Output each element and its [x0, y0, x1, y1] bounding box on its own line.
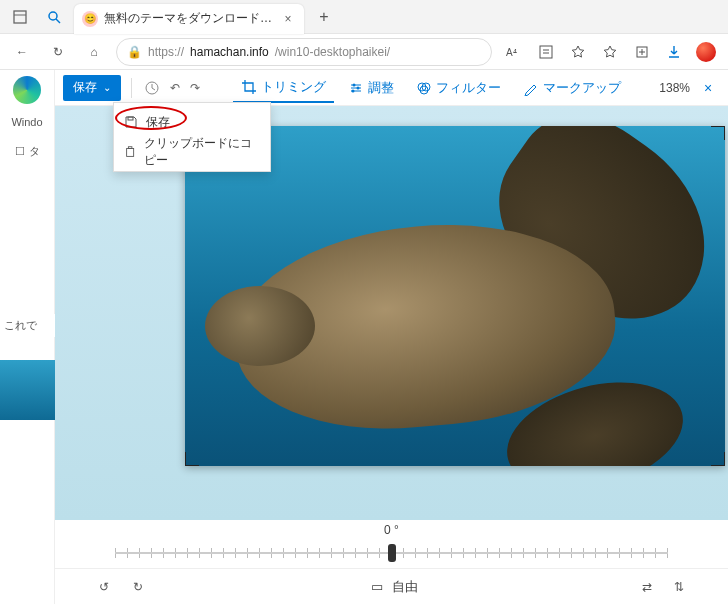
tool-trim[interactable]: トリミング: [233, 73, 334, 103]
svg-rect-19: [127, 148, 134, 156]
rotation-angle-label: 0 °: [55, 520, 728, 540]
editor-bottom-bar: ↺ ↻ ▭ 自由 ⇄ ⇅: [55, 568, 728, 604]
lock-icon: 🔒: [127, 45, 142, 59]
svg-point-12: [352, 83, 355, 86]
slider-thumb[interactable]: [388, 544, 396, 562]
aspect-icon: ▭: [368, 578, 386, 596]
image-editor-panel: 保存 ⌄ ↶ ↷ トリミング 調整 フィルター マークアップ: [55, 70, 728, 604]
flip-vertical-button[interactable]: ⇅: [670, 578, 688, 596]
chevron-down-icon: ⌄: [103, 82, 111, 93]
tool-markup-label: マークアップ: [543, 79, 621, 97]
dropdown-item-save[interactable]: 保存: [114, 107, 270, 137]
downloads-icon[interactable]: [660, 38, 688, 66]
browser-tab-strip: 😊 無料のテーマをダウンロードして壁紙 × +: [0, 0, 728, 34]
svg-point-13: [356, 86, 359, 89]
browser-tab[interactable]: 😊 無料のテーマをダウンロードして壁紙 ×: [74, 4, 304, 34]
refresh-button[interactable]: ↻: [44, 38, 72, 66]
crop-handle-bl[interactable]: [185, 450, 201, 466]
tool-trim-label: トリミング: [261, 78, 326, 96]
svg-point-2: [49, 12, 57, 20]
tab-close-button[interactable]: ×: [280, 11, 296, 27]
aspect-ratio-button[interactable]: ▭ 自由: [147, 578, 638, 596]
svg-point-14: [351, 89, 354, 92]
crop-handle-tr[interactable]: [709, 126, 725, 142]
undo-button[interactable]: ↶: [168, 75, 182, 101]
back-button[interactable]: ←: [8, 38, 36, 66]
zoom-level[interactable]: 138%: [659, 81, 690, 95]
tab-actions-icon[interactable]: [6, 3, 34, 31]
svg-rect-18: [128, 117, 133, 120]
dropdown-item-save-label: 保存: [146, 114, 170, 131]
dropdown-item-copy-label: クリップボードにコピー: [144, 135, 260, 169]
tool-filter[interactable]: フィルター: [408, 73, 509, 103]
favicon-icon: 😊: [82, 11, 98, 27]
tool-adjust-label: 調整: [368, 79, 394, 97]
reader-icon[interactable]: [532, 38, 560, 66]
svg-text:A⁴: A⁴: [506, 47, 517, 58]
page-left-column: Windo ☐ タ: [0, 70, 55, 604]
favorite-add-icon[interactable]: [564, 38, 592, 66]
editor-toolbar: 保存 ⌄ ↶ ↷ トリミング 調整 フィルター マークアップ: [55, 70, 728, 106]
sidebar-row-icon: ☐: [15, 145, 25, 158]
browser-address-bar: ← ↻ ⌂ 🔒 https://hamachan.info/win10-desk…: [0, 34, 728, 70]
save-button[interactable]: 保存 ⌄: [63, 75, 121, 101]
rotate-cw-button[interactable]: ↻: [129, 578, 147, 596]
url-host: hamachan.info: [190, 45, 269, 59]
url-path: /win10-desktophaikei/: [275, 45, 390, 59]
page-thumbnail: [0, 360, 55, 420]
search-tabs-icon[interactable]: [40, 3, 68, 31]
read-aloud-icon[interactable]: A⁴: [500, 38, 528, 66]
tool-adjust[interactable]: 調整: [340, 73, 402, 103]
flip-horizontal-button[interactable]: ⇄: [638, 578, 656, 596]
collections-icon[interactable]: [628, 38, 656, 66]
url-protocol: https://: [148, 45, 184, 59]
edge-logo-icon: [13, 76, 41, 104]
toolbar-right-icons: A⁴: [500, 38, 720, 66]
tool-markup[interactable]: マークアップ: [515, 73, 629, 103]
svg-line-3: [56, 19, 60, 23]
page-body-text: これで: [0, 314, 55, 337]
rotation-slider[interactable]: [55, 540, 728, 568]
extension-icon[interactable]: [692, 38, 720, 66]
dropdown-item-copy[interactable]: クリップボードにコピー: [114, 137, 270, 167]
aspect-label: 自由: [392, 578, 418, 596]
sidebar-windows-label: Windo: [11, 116, 42, 128]
divider: [131, 78, 132, 98]
svg-rect-0: [14, 11, 26, 23]
tool-filter-label: フィルター: [436, 79, 501, 97]
sidebar-row[interactable]: ☐ タ: [0, 140, 54, 163]
save-dropdown: 保存 クリップボードにコピー: [113, 102, 271, 172]
save-button-label: 保存: [73, 79, 97, 96]
svg-rect-5: [540, 46, 552, 58]
redo-button[interactable]: ↷: [188, 75, 202, 101]
image-content: [205, 286, 315, 366]
url-input[interactable]: 🔒 https://hamachan.info/win10-desktophai…: [116, 38, 492, 66]
tab-title: 無料のテーマをダウンロードして壁紙: [104, 10, 274, 27]
editor-close-button[interactable]: ×: [696, 76, 720, 100]
history-icon[interactable]: [142, 75, 162, 101]
new-tab-button[interactable]: +: [310, 3, 338, 31]
favorites-icon[interactable]: [596, 38, 624, 66]
home-button[interactable]: ⌂: [80, 38, 108, 66]
crop-frame[interactable]: [185, 126, 725, 466]
svg-rect-20: [128, 147, 132, 149]
crop-handle-br[interactable]: [709, 450, 725, 466]
rotate-ccw-button[interactable]: ↺: [95, 578, 113, 596]
content-area: Windo ☐ タ これで 保存 ⌄ ↶ ↷ トリミング 調整: [0, 70, 728, 604]
sidebar-row-text: タ: [29, 144, 40, 159]
